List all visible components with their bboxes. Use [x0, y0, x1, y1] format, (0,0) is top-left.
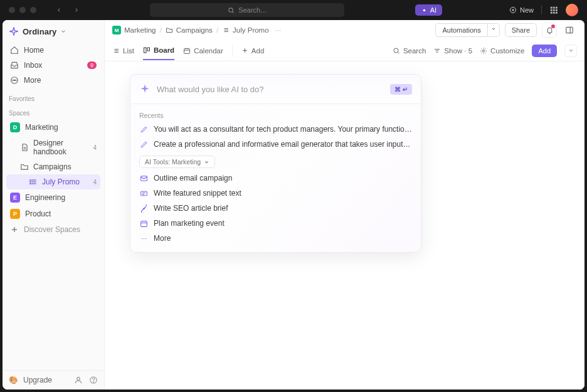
automations-dropdown[interactable] [487, 23, 500, 37]
upgrade-button[interactable]: Upgrade [23, 376, 52, 384]
split-view-button[interactable] [562, 23, 577, 38]
svg-point-62 [141, 238, 142, 239]
svg-point-17 [14, 80, 14, 80]
toolbar-customize[interactable]: Customize [480, 42, 524, 60]
maximize-dot[interactable] [30, 7, 36, 13]
crumb-marketing[interactable]: M Marketing [112, 26, 156, 34]
ai-placeholder: What would you like AI to do? [157, 85, 384, 94]
new-button[interactable]: New [509, 6, 534, 14]
nav-inbox[interactable]: Inbox 9 [6, 58, 100, 73]
help-icon[interactable] [89, 376, 98, 384]
svg-rect-10 [553, 9, 555, 11]
space-marketing[interactable]: D Marketing [6, 119, 100, 135]
svg-point-2 [423, 9, 425, 11]
recent-item-0[interactable]: You will act as a consultant for tech pr… [130, 122, 421, 137]
sidebar-item-campaigns[interactable]: Campaigns [6, 159, 100, 174]
ai-sparkle-icon [139, 83, 151, 95]
nav-forward-button[interactable] [70, 4, 83, 16]
link-icon [139, 204, 148, 213]
ai-tool-seo-brief[interactable]: Write SEO article brief [130, 201, 421, 216]
more-circle-icon [10, 76, 19, 85]
notification-dot [551, 24, 555, 28]
notifications-button[interactable] [542, 23, 557, 38]
nav-home[interactable]: Home [6, 43, 100, 58]
svg-rect-42 [184, 48, 190, 53]
breadcrumb: M Marketing / Campaigns / July Promo ···… [105, 20, 584, 40]
automations-button[interactable]: Automations [435, 23, 487, 37]
ai-category-chip[interactable]: AI Tools: Marketing [139, 156, 215, 168]
plus-icon [10, 225, 19, 234]
snippet-icon [139, 189, 148, 198]
svg-point-48 [394, 48, 398, 53]
svg-rect-14 [556, 12, 558, 14]
global-search[interactable]: Search... [150, 3, 344, 17]
ai-button[interactable]: AI [415, 4, 442, 16]
minimize-dot[interactable] [19, 7, 26, 13]
chevron-down-icon [491, 26, 496, 31]
inbox-badge: 9 [87, 61, 97, 69]
svg-rect-12 [551, 12, 553, 14]
plus-circle-icon [509, 6, 517, 14]
crumb-campaigns[interactable]: Campaigns [166, 26, 213, 34]
nav-more[interactable]: More [6, 73, 100, 88]
ai-tool-plan-event[interactable]: Plan marketing event [130, 216, 421, 231]
board-icon [143, 46, 151, 54]
workspace-switcher[interactable]: Ordinary [3, 20, 104, 40]
folder-icon [166, 26, 173, 34]
home-icon [10, 46, 19, 55]
space-product[interactable]: P Product [6, 206, 100, 222]
ai-prompt-panel: What would you like AI to do? ⌘ ↵ Recent… [130, 74, 421, 253]
svg-rect-13 [553, 12, 555, 14]
svg-rect-41 [147, 48, 150, 51]
toolbar-search[interactable]: Search [393, 42, 426, 60]
search-icon [228, 7, 235, 14]
svg-point-24 [30, 180, 31, 181]
space-marketing-badge: D [10, 122, 20, 132]
breadcrumb-more[interactable]: ··· [275, 26, 282, 34]
ai-more[interactable]: More [130, 231, 421, 246]
share-button[interactable]: Share [505, 23, 537, 37]
svg-rect-6 [551, 7, 553, 9]
add-dropdown[interactable] [564, 45, 577, 57]
user-avatar[interactable] [566, 4, 578, 16]
toolbar-show[interactable]: Show · 5 [433, 42, 472, 60]
tab-add-view[interactable]: Add [241, 42, 264, 60]
svg-point-53 [483, 50, 485, 51]
svg-rect-9 [551, 9, 553, 11]
apps-grid-button[interactable] [549, 6, 558, 14]
view-tabs: List Board Calendar Add [105, 40, 584, 61]
tab-list[interactable]: List [112, 42, 134, 60]
spaces-label: Spaces [3, 105, 104, 119]
crumb-july-promo[interactable]: July Promo [222, 26, 269, 34]
filter-icon [433, 47, 441, 55]
close-dot[interactable] [9, 7, 15, 13]
svg-point-0 [229, 8, 233, 11]
grid-icon [549, 6, 558, 14]
svg-point-63 [143, 238, 144, 239]
svg-rect-11 [556, 9, 558, 11]
ai-tool-outline-email[interactable]: Outline email campaign [130, 171, 421, 186]
sidebar-item-designer-handbook[interactable]: Designer handbook 4 [6, 135, 100, 159]
dots-icon [139, 234, 148, 243]
ai-tool-snippet[interactable]: Write featured snippet text [130, 186, 421, 201]
svg-point-25 [30, 181, 31, 182]
automations-button-group: Automations [435, 23, 499, 37]
favorites-label: Favorites [3, 90, 104, 105]
sidebar: Ordinary Home Inbox 9 More Favorite [3, 20, 105, 389]
mail-icon [139, 174, 148, 183]
person-icon[interactable] [74, 376, 83, 384]
space-engineering-badge: E [10, 193, 20, 203]
sidebar-item-july-promo[interactable]: July Promo 4 [6, 174, 100, 189]
tab-calendar[interactable]: Calendar [183, 42, 223, 60]
tab-board[interactable]: Board [143, 41, 174, 60]
svg-rect-40 [144, 48, 146, 53]
svg-point-16 [13, 80, 13, 80]
discover-spaces[interactable]: Discover Spaces [6, 222, 100, 237]
nav-back-button[interactable] [53, 4, 65, 16]
add-task-button[interactable]: Add [532, 45, 557, 57]
panel-icon [565, 26, 574, 34]
recent-item-1[interactable]: Create a professional and informative em… [130, 137, 421, 152]
ai-input-row[interactable]: What would you like AI to do? ⌘ ↵ [130, 75, 421, 103]
content-area: M Marketing / Campaigns / July Promo ···… [105, 20, 584, 389]
space-engineering[interactable]: E Engineering [6, 189, 100, 206]
